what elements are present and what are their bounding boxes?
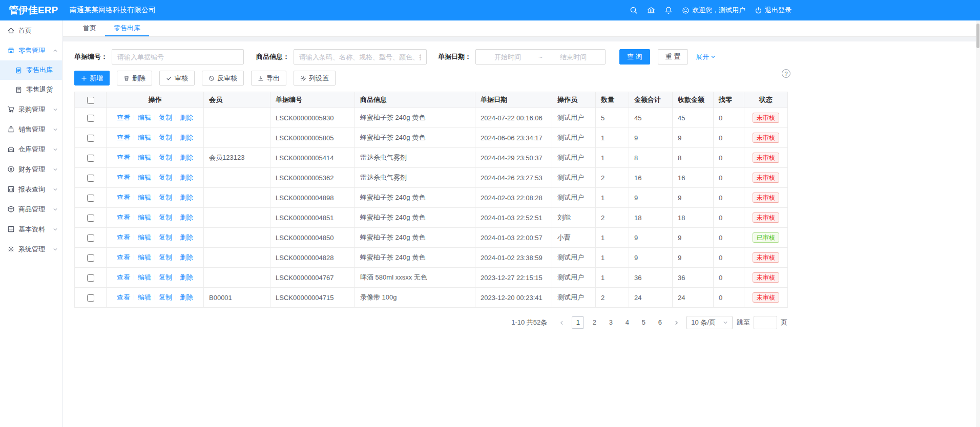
- view-link[interactable]: 查看: [117, 253, 130, 261]
- row-checkbox[interactable]: [87, 254, 94, 262]
- delete-link[interactable]: 删除: [180, 233, 193, 241]
- view-link[interactable]: 查看: [117, 154, 130, 161]
- table-row: 查看编辑复制删除LSCK00000004828蜂蜜柚子茶 240g 黄色2024…: [75, 248, 788, 268]
- edit-link[interactable]: 编辑: [138, 194, 151, 201]
- row-checkbox[interactable]: [87, 115, 94, 122]
- date-end-input[interactable]: [545, 50, 602, 64]
- page-button-1[interactable]: 1: [572, 316, 584, 329]
- row-checkbox[interactable]: [87, 135, 94, 142]
- page-button-4[interactable]: 4: [621, 316, 633, 329]
- tab-home[interactable]: 首页: [74, 20, 105, 36]
- delete-link[interactable]: 删除: [180, 293, 193, 301]
- page-size-select[interactable]: 10 条/页: [686, 316, 733, 329]
- copy-link[interactable]: 复制: [159, 233, 172, 241]
- page-button-3[interactable]: 3: [604, 316, 617, 329]
- row-checkbox[interactable]: [87, 175, 94, 182]
- logout-button[interactable]: 退出登录: [755, 6, 791, 15]
- view-link[interactable]: 查看: [117, 114, 130, 121]
- copy-link[interactable]: 复制: [159, 214, 172, 221]
- jump-input[interactable]: [754, 316, 777, 329]
- view-link[interactable]: 查看: [117, 194, 130, 201]
- delete-link[interactable]: 删除: [180, 214, 193, 221]
- copy-link[interactable]: 复制: [159, 293, 172, 301]
- copy-link[interactable]: 复制: [159, 253, 172, 261]
- edit-link[interactable]: 编辑: [138, 233, 151, 241]
- reset-button[interactable]: 重 置: [658, 49, 689, 65]
- copy-link[interactable]: 复制: [159, 174, 172, 181]
- delete-link[interactable]: 删除: [180, 174, 193, 181]
- page-button-6[interactable]: 6: [654, 316, 666, 329]
- copy-link[interactable]: 复制: [159, 273, 172, 281]
- product-info-input[interactable]: [294, 49, 427, 65]
- sidebar-item-system[interactable]: 系统管理: [0, 239, 62, 259]
- delete-button[interactable]: 删除: [117, 71, 152, 86]
- sidebar-item-finance[interactable]: 财务管理: [0, 159, 62, 179]
- page-button-2[interactable]: 2: [588, 316, 600, 329]
- row-checkbox[interactable]: [87, 155, 94, 162]
- row-checkbox[interactable]: [87, 274, 94, 282]
- view-link[interactable]: 查看: [117, 233, 130, 241]
- edit-link[interactable]: 编辑: [138, 154, 151, 161]
- date-start-input[interactable]: [479, 50, 536, 64]
- scrollbar-thumb[interactable]: [976, 24, 979, 48]
- sidebar-item-basic[interactable]: 基本资料: [0, 219, 62, 239]
- sidebar-item-retail[interactable]: 零售管理: [0, 40, 62, 60]
- delete-link[interactable]: 删除: [180, 273, 193, 281]
- view-link[interactable]: 查看: [117, 214, 130, 221]
- delete-link[interactable]: 删除: [180, 154, 193, 161]
- view-link[interactable]: 查看: [117, 174, 130, 181]
- bill-no-input[interactable]: [112, 49, 244, 65]
- bank-icon[interactable]: [647, 6, 655, 14]
- delete-link[interactable]: 删除: [180, 134, 193, 141]
- unaudit-button[interactable]: 反审核: [202, 71, 244, 86]
- select-all-checkbox[interactable]: [87, 97, 94, 104]
- expand-toggle[interactable]: 展开: [696, 52, 716, 61]
- view-link[interactable]: 查看: [117, 273, 130, 281]
- sidebar-item-purchase[interactable]: 采购管理: [0, 99, 62, 119]
- search-icon[interactable]: [630, 6, 638, 14]
- edit-link[interactable]: 编辑: [138, 114, 151, 121]
- bell-icon[interactable]: [664, 6, 673, 14]
- column-settings-button[interactable]: 列设置: [294, 71, 336, 86]
- edit-link[interactable]: 编辑: [138, 214, 151, 221]
- edit-link[interactable]: 编辑: [138, 134, 151, 141]
- view-link[interactable]: 查看: [117, 134, 130, 141]
- copy-link[interactable]: 复制: [159, 114, 172, 121]
- edit-link[interactable]: 编辑: [138, 174, 151, 181]
- help-icon[interactable]: ?: [782, 69, 790, 78]
- status-badge: 未审核: [753, 212, 779, 223]
- sidebar-item-goods[interactable]: 商品管理: [0, 199, 62, 219]
- sidebar: 首页零售管理零售出库零售退货采购管理销售管理仓库管理财务管理报表查询商品管理基本…: [0, 20, 62, 427]
- sidebar-item-report[interactable]: 报表查询: [0, 179, 62, 199]
- row-checkbox[interactable]: [87, 215, 94, 222]
- vertical-scrollbar[interactable]: [976, 20, 980, 427]
- edit-link[interactable]: 编辑: [138, 293, 151, 301]
- sidebar-item-sales[interactable]: 销售管理: [0, 119, 62, 139]
- export-button[interactable]: 导出: [251, 71, 286, 86]
- prev-page-button[interactable]: [555, 316, 568, 329]
- add-button[interactable]: 新增: [74, 71, 110, 86]
- date-range-picker[interactable]: ~: [475, 49, 606, 65]
- delete-link[interactable]: 删除: [180, 253, 193, 261]
- sidebar-item-home[interactable]: 首页: [0, 20, 62, 40]
- audit-button[interactable]: 审核: [159, 71, 195, 86]
- sidebar-item-retail-return[interactable]: 零售退货: [0, 80, 62, 99]
- sidebar-item-retail-outbound[interactable]: 零售出库: [0, 60, 62, 80]
- row-checkbox[interactable]: [87, 195, 94, 202]
- next-page-button[interactable]: [670, 316, 682, 329]
- welcome-user[interactable]: 欢迎您，测试用户: [682, 6, 745, 15]
- edit-link[interactable]: 编辑: [138, 273, 151, 281]
- row-checkbox[interactable]: [87, 234, 94, 242]
- edit-link[interactable]: 编辑: [138, 253, 151, 261]
- copy-link[interactable]: 复制: [159, 194, 172, 201]
- copy-link[interactable]: 复制: [159, 154, 172, 161]
- sidebar-item-warehouse[interactable]: 仓库管理: [0, 139, 62, 159]
- row-checkbox[interactable]: [87, 294, 94, 302]
- search-button[interactable]: 查 询: [619, 49, 650, 65]
- page-button-5[interactable]: 5: [637, 316, 650, 329]
- view-link[interactable]: 查看: [117, 293, 130, 301]
- delete-link[interactable]: 删除: [180, 194, 193, 201]
- tab-retail-outbound[interactable]: 零售出库: [105, 20, 149, 36]
- delete-link[interactable]: 删除: [180, 114, 193, 121]
- copy-link[interactable]: 复制: [159, 134, 172, 141]
